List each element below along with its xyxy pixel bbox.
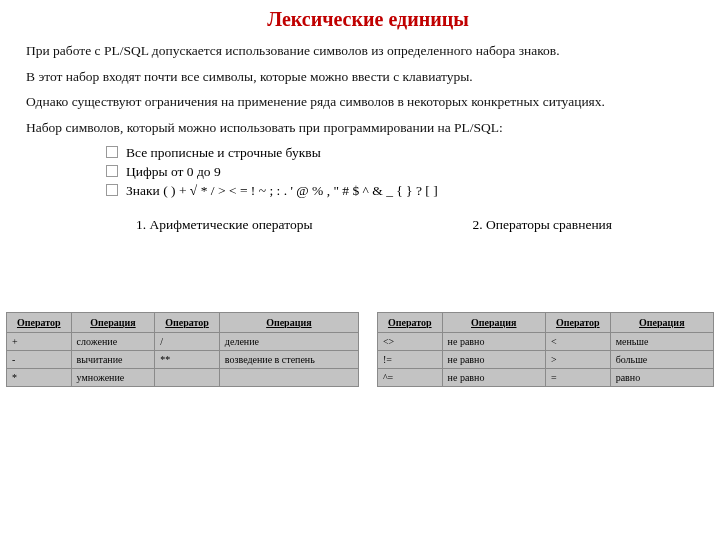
cell: < — [545, 333, 610, 351]
col-header: Оператор — [545, 313, 610, 333]
slide: Лексические единицы При работе с PL/SQL … — [0, 0, 720, 540]
paragraph: Однако существуют ограничения на примене… — [26, 92, 702, 112]
table1-caption: 1. Арифметические операторы — [136, 217, 313, 233]
cell: != — [377, 351, 442, 369]
cell: / — [155, 333, 220, 351]
cell: вычитание — [71, 351, 155, 369]
col-header: Оператор — [155, 313, 220, 333]
table-row: <> не равно < меньше — [377, 333, 713, 351]
page-title: Лексические единицы — [218, 8, 518, 31]
table-row: != не равно > больше — [377, 351, 713, 369]
col-header: Оператор — [7, 313, 72, 333]
cell: ** — [155, 351, 220, 369]
table-header-row: Оператор Операция Оператор Операция — [377, 313, 713, 333]
list-item: Все прописные и строчные буквы — [106, 145, 702, 161]
bullet-icon — [106, 146, 118, 158]
col-header: Операция — [71, 313, 155, 333]
bullet-icon — [106, 184, 118, 196]
cell: сложение — [71, 333, 155, 351]
col-header: Операция — [442, 313, 545, 333]
cell: = — [545, 369, 610, 387]
list-item-text: Все прописные и строчные буквы — [126, 145, 321, 160]
list-item-text: Знаки ( ) + √ * / > < = ! ~ ; : . ' @ % … — [126, 183, 438, 198]
cell: <> — [377, 333, 442, 351]
cell: + — [7, 333, 72, 351]
bullet-icon — [106, 165, 118, 177]
cell: - — [7, 351, 72, 369]
list-item: Знаки ( ) + √ * / > < = ! ~ ; : . ' @ % … — [106, 183, 702, 199]
paragraph: При работе с PL/SQL допускается использо… — [26, 41, 702, 61]
cell — [155, 369, 220, 387]
cell: возведение в степень — [219, 351, 358, 369]
bullet-list: Все прописные и строчные буквы Цифры от … — [106, 145, 702, 199]
cell: больше — [610, 351, 713, 369]
paragraph: В этот набор входят почти все символы, к… — [26, 67, 702, 87]
cell — [219, 369, 358, 387]
table-row: - вычитание ** возведение в степень — [7, 351, 359, 369]
cell: > — [545, 351, 610, 369]
cell: равно — [610, 369, 713, 387]
arithmetic-operators-table: Оператор Операция Оператор Операция + сл… — [6, 312, 359, 387]
subtitles-row: 1. Арифметические операторы 2. Операторы… — [18, 217, 702, 233]
table-row: * умножение — [7, 369, 359, 387]
cell: умножение — [71, 369, 155, 387]
table2-caption: 2. Операторы сравнения — [473, 217, 613, 233]
cell: не равно — [442, 369, 545, 387]
col-header: Оператор — [377, 313, 442, 333]
table-header-row: Оператор Операция Оператор Операция — [7, 313, 359, 333]
cell: не равно — [442, 333, 545, 351]
col-header: Операция — [219, 313, 358, 333]
cell: не равно — [442, 351, 545, 369]
tables-container: Оператор Операция Оператор Операция + сл… — [6, 312, 714, 387]
cell: * — [7, 369, 72, 387]
cell: деление — [219, 333, 358, 351]
col-header: Операция — [610, 313, 713, 333]
paragraph: Набор символов, который можно использова… — [26, 118, 702, 138]
list-item-text: Цифры от 0 до 9 — [126, 164, 221, 179]
cell: ^= — [377, 369, 442, 387]
table-row: ^= не равно = равно — [377, 369, 713, 387]
list-item: Цифры от 0 до 9 — [106, 164, 702, 180]
table-row: + сложение / деление — [7, 333, 359, 351]
comparison-operators-table: Оператор Операция Оператор Операция <> н… — [377, 312, 714, 387]
cell: меньше — [610, 333, 713, 351]
